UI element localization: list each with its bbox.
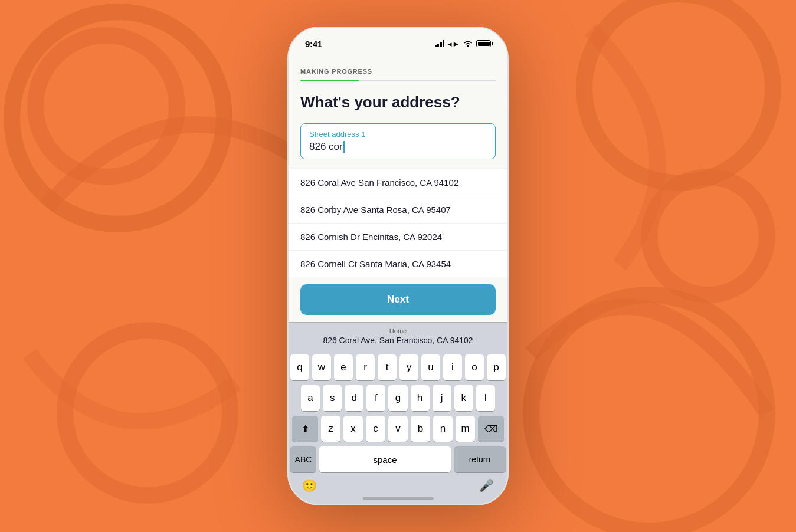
key-z[interactable]: z: [321, 416, 340, 442]
autocomplete-item-4[interactable]: 826 Cornell Ct Santa Maria, CA 93454: [289, 251, 507, 277]
phone-frame: 9:41 ◂► MAKING PROGRE: [287, 27, 509, 505]
status-time: 9:41: [305, 39, 322, 49]
keyboard-row-3: ⬆ z x c v b n m ⌫: [290, 416, 506, 442]
microphone-button[interactable]: 🎤: [477, 476, 496, 495]
svg-point-1: [35, 35, 177, 177]
key-delete[interactable]: ⌫: [478, 416, 504, 442]
key-c[interactable]: c: [366, 416, 385, 442]
signal-icon: [435, 40, 445, 47]
keyboard-row-1: q w e r t y u i o p: [290, 354, 506, 380]
key-q[interactable]: q: [290, 354, 309, 380]
svg-point-4: [65, 330, 230, 495]
key-u[interactable]: u: [421, 354, 440, 380]
key-f[interactable]: f: [366, 385, 385, 411]
autocomplete-item-1[interactable]: 826 Coral Ave San Francisco, CA 94102: [289, 169, 507, 196]
form-section: MAKING PROGRESS What's your address? Str…: [289, 54, 507, 169]
key-b[interactable]: b: [411, 416, 430, 442]
key-p[interactable]: p: [487, 354, 506, 380]
suggestion-label: Home: [298, 327, 498, 334]
keyboard-row-2: a s d f g h j k l: [290, 385, 506, 411]
autocomplete-dropdown: 826 Coral Ave San Francisco, CA 94102 82…: [289, 169, 507, 277]
form-title: What's your address?: [300, 93, 496, 111]
app-screen: MAKING PROGRESS What's your address? Str…: [289, 54, 507, 505]
key-h[interactable]: h: [411, 385, 430, 411]
key-d[interactable]: d: [345, 385, 363, 411]
address-input-label: Street address 1: [309, 130, 487, 139]
svg-point-3: [531, 295, 767, 531]
address-input-value[interactable]: 826 cor: [309, 141, 487, 153]
key-o[interactable]: o: [465, 354, 484, 380]
key-return[interactable]: return: [454, 446, 506, 472]
keyboard-row-4: ABC space return: [290, 446, 506, 472]
key-w[interactable]: w: [312, 354, 331, 380]
key-t[interactable]: t: [378, 354, 397, 380]
key-space[interactable]: space: [319, 446, 451, 472]
keyboard: q w e r t y u i o p a s d f g: [289, 350, 507, 505]
key-y[interactable]: y: [399, 354, 418, 380]
wifi-icon: ◂►: [448, 40, 460, 48]
battery-fill: [478, 42, 490, 46]
key-k[interactable]: k: [454, 385, 473, 411]
suggestion-value: 826 Coral Ave, San Francisco, CA 94102: [298, 336, 498, 345]
status-bar: 9:41 ◂►: [289, 28, 507, 54]
key-n[interactable]: n: [433, 416, 453, 442]
key-shift[interactable]: ⬆: [292, 416, 318, 442]
key-r[interactable]: r: [356, 354, 375, 380]
text-cursor: [343, 141, 345, 153]
key-l[interactable]: l: [476, 385, 495, 411]
key-m[interactable]: m: [456, 416, 475, 442]
key-abc[interactable]: ABC: [290, 446, 316, 472]
key-i[interactable]: i: [443, 354, 462, 380]
svg-point-5: [649, 177, 767, 295]
autocomplete-item-2[interactable]: 826 Corby Ave Santa Rosa, CA 95407: [289, 196, 507, 224]
next-button[interactable]: Next: [300, 284, 496, 315]
wifi-icon-svg: [463, 40, 473, 47]
status-icons: ◂►: [435, 40, 491, 48]
keyboard-emoji-row: 🙂 🎤: [290, 476, 506, 497]
autocomplete-item-3[interactable]: 826 Cornish Dr Encinitas, CA 92024: [289, 224, 507, 251]
key-j[interactable]: j: [433, 385, 451, 411]
key-v[interactable]: v: [388, 416, 408, 442]
key-s[interactable]: s: [323, 385, 342, 411]
key-g[interactable]: g: [388, 385, 407, 411]
keyboard-suggestion-bar[interactable]: Home 826 Coral Ave, San Francisco, CA 94…: [289, 322, 507, 350]
phone-wrapper: 9:41 ◂► MAKING PROGRE: [287, 27, 509, 505]
battery-icon: [476, 40, 491, 47]
key-e[interactable]: e: [334, 354, 353, 380]
svg-point-2: [584, 0, 773, 183]
address-input-group[interactable]: Street address 1 826 cor: [300, 123, 496, 159]
emoji-button[interactable]: 🙂: [300, 476, 319, 495]
address-input-text: 826 cor: [309, 141, 343, 153]
svg-point-0: [12, 12, 224, 224]
home-indicator: [363, 497, 434, 500]
progress-bar-fill: [300, 80, 359, 81]
key-x[interactable]: x: [343, 416, 363, 442]
key-a[interactable]: a: [301, 385, 320, 411]
progress-bar-container: [300, 80, 496, 81]
progress-label: MAKING PROGRESS: [300, 68, 496, 75]
